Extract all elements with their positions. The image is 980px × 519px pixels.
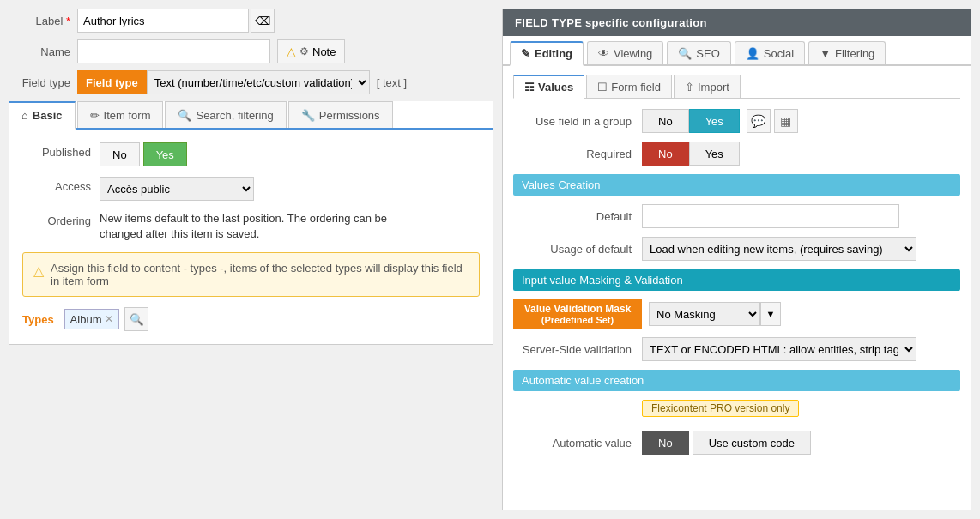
gear-icon: ⚙ <box>299 45 309 57</box>
use-field-group-row: Use field in a group No Yes 💬 ▦ <box>513 109 960 133</box>
speech-bubble-icon: 💬 <box>751 114 765 128</box>
masking-select-wrapper: No Masking Integer Decimal ▼ <box>649 302 781 326</box>
required-yes-button[interactable]: Yes <box>689 142 740 166</box>
ordering-group: Ordering New items default to the last p… <box>22 211 480 242</box>
right-panel: FIELD TYPE specific configuration ✎ Edit… <box>502 9 971 510</box>
search-icon: 🔍 <box>130 313 144 326</box>
masking-label-line1: Value Validation Mask <box>524 303 632 315</box>
use-field-yes-button[interactable]: Yes <box>689 109 740 133</box>
field-type-select[interactable]: Text (number/time/etc/custom validation) <box>147 70 370 94</box>
social-icon: 👤 <box>746 47 759 60</box>
values-creation-header: Values Creation <box>513 174 960 196</box>
caret-down-icon: ▼ <box>766 309 776 319</box>
speech-bubble-button[interactable]: 💬 <box>747 109 771 133</box>
masking-caret-button[interactable]: ▼ <box>760 302 781 326</box>
server-side-row: Server-Side validation TEXT or ENCODED H… <box>513 337 960 361</box>
item-form-icon: ✏ <box>90 109 100 122</box>
tab-social[interactable]: 👤 Social <box>735 41 805 64</box>
grid-icon: ▦ <box>780 114 791 128</box>
tab-search-filtering[interactable]: 🔍 Search, filtering <box>165 101 286 128</box>
tab-permissions[interactable]: 🔧 Permissions <box>288 101 393 128</box>
published-group: Published No Yes <box>22 142 480 166</box>
home-icon: ⌂ <box>21 109 28 122</box>
edit-pencil-icon: ✎ <box>521 47 530 60</box>
tab-basic[interactable]: ⌂ Basic <box>9 101 76 130</box>
warning-text: Assign this field to content - types -, … <box>51 262 469 287</box>
sub-tab-import[interactable]: ⇧ Import <box>674 75 741 98</box>
masking-label: Value Validation Mask (Predefined Set) <box>513 299 642 329</box>
note-button[interactable]: △ ⚙ Note <box>277 39 345 63</box>
required-label: Required <box>513 148 642 160</box>
left-panel: Label * ⌫ Name △ ⚙ Note Field type Field… <box>9 9 493 510</box>
right-editing-content: ☶ Values ☐ Form field ⇧ Import Use field… <box>503 66 971 472</box>
sub-tabs: ☶ Values ☐ Form field ⇧ Import <box>513 75 960 99</box>
auto-value-header: Automatic value creation <box>513 370 960 391</box>
permissions-icon: 🔧 <box>301 109 315 122</box>
field-type-label: Field type <box>9 76 77 89</box>
server-side-select[interactable]: TEXT or ENCODED HTML: allow entities, st… <box>642 337 916 361</box>
seo-icon: 🔍 <box>678 47 692 60</box>
name-field-label: Name <box>9 45 77 58</box>
album-tag: Album ✕ <box>64 309 120 329</box>
required-toggle: No Yes <box>642 142 740 166</box>
remove-album-tag[interactable]: ✕ <box>105 313 113 325</box>
published-no-button[interactable]: No <box>100 142 140 166</box>
usage-default-row: Usage of default Load when editing new i… <box>513 237 960 261</box>
tab-viewing[interactable]: 👁 Viewing <box>587 41 663 64</box>
pro-badge-wrapper: Flexicontent PRO version only <box>642 400 960 424</box>
auto-value-label: Automatic value <box>513 437 642 450</box>
tab-filtering[interactable]: ▼ Filtering <box>808 41 886 64</box>
field-type-badge: [ text ] <box>377 76 407 89</box>
types-search-button[interactable]: 🔍 <box>124 307 148 331</box>
clear-label-button[interactable]: ⌫ <box>251 9 275 33</box>
published-label: Published <box>22 142 100 159</box>
types-label: Types <box>22 313 54 326</box>
published-yes-button[interactable]: Yes <box>143 142 187 166</box>
values-db-icon: ☶ <box>524 81 535 94</box>
usage-default-select[interactable]: Load when editing new items, (requires s… <box>642 237 916 261</box>
tab-seo[interactable]: 🔍 SEO <box>667 41 730 64</box>
right-header: FIELD TYPE specific configuration <box>503 9 971 36</box>
pro-badge: Flexicontent PRO version only <box>642 400 799 417</box>
access-label: Access <box>22 177 100 193</box>
ordering-text: New items default to the last position. … <box>100 211 426 242</box>
form-checkbox-icon: ☐ <box>597 81 608 94</box>
sub-tab-values[interactable]: ☶ Values <box>513 75 584 99</box>
import-icon: ⇧ <box>685 81 694 94</box>
default-row: Default <box>513 204 960 228</box>
published-toggle: No Yes <box>100 142 187 166</box>
clear-icon: ⌫ <box>255 15 270 27</box>
use-field-group-label: Use field in a group <box>513 115 642 128</box>
default-label: Default <box>513 210 642 223</box>
server-side-label: Server-Side validation <box>513 343 642 356</box>
viewing-icon: 👁 <box>598 47 609 60</box>
default-input[interactable] <box>642 204 899 228</box>
required-row: Required No Yes <box>513 142 960 166</box>
access-group: Access Accès public Registered Special <box>22 177 480 201</box>
label-row: Label * ⌫ <box>9 9 493 33</box>
tab-item-form[interactable]: ✏ Item form <box>77 101 164 128</box>
basic-tab-content: Published No Yes Access Accès public Reg… <box>9 130 493 345</box>
right-tabs-bar: ✎ Editing 👁 Viewing 🔍 SEO 👤 Social ▼ Fil… <box>503 36 971 66</box>
label-input[interactable] <box>77 9 249 33</box>
field-type-button[interactable]: Field type <box>77 70 147 94</box>
auto-value-custom-button[interactable]: Use custom code <box>693 431 811 455</box>
ordering-label: Ordering <box>22 211 100 227</box>
input-masking-header: Input value Masking & Validation <box>513 269 960 291</box>
left-tabs: ⌂ Basic ✏ Item form 🔍 Search, filtering … <box>9 101 493 130</box>
warn-icon: △ <box>33 263 44 279</box>
field-type-row: Field type Field type Text (number/time/… <box>9 70 493 94</box>
use-field-no-button[interactable]: No <box>642 109 689 133</box>
access-select[interactable]: Accès public Registered Special <box>100 177 254 201</box>
required-no-button[interactable]: No <box>642 142 689 166</box>
name-input[interactable] <box>77 39 270 63</box>
tab-editing[interactable]: ✎ Editing <box>510 41 584 66</box>
auto-value-toggle: No Use custom code <box>642 431 811 455</box>
grid-button[interactable]: ▦ <box>774 109 798 133</box>
search-filter-icon: 🔍 <box>178 109 191 122</box>
types-row: Types Album ✕ 🔍 <box>22 307 480 331</box>
sub-tab-form-field[interactable]: ☐ Form field <box>586 75 672 98</box>
note-label: Note <box>312 45 336 58</box>
masking-select[interactable]: No Masking Integer Decimal <box>649 302 760 326</box>
auto-value-no-button[interactable]: No <box>642 431 689 455</box>
